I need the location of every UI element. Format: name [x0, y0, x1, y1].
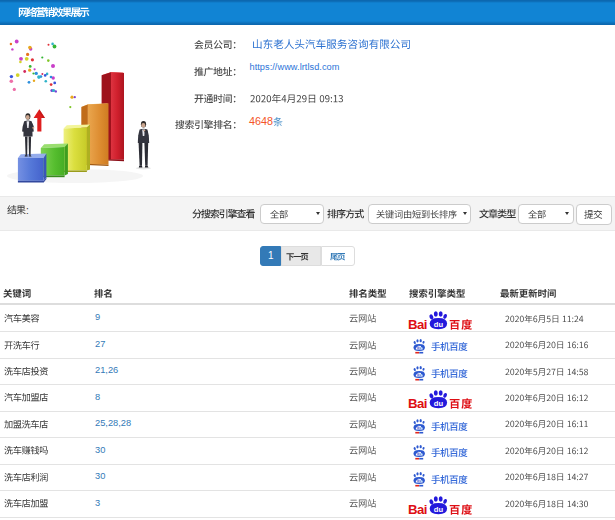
svg-text:du: du — [417, 373, 421, 377]
svg-text:du: du — [434, 320, 444, 329]
svg-text:du: du — [417, 479, 421, 483]
svg-text:du: du — [417, 426, 421, 430]
svg-text:du: du — [434, 505, 444, 514]
svg-text:du: du — [417, 347, 421, 351]
svg-text:du: du — [434, 399, 444, 408]
svg-text:du: du — [417, 452, 421, 456]
